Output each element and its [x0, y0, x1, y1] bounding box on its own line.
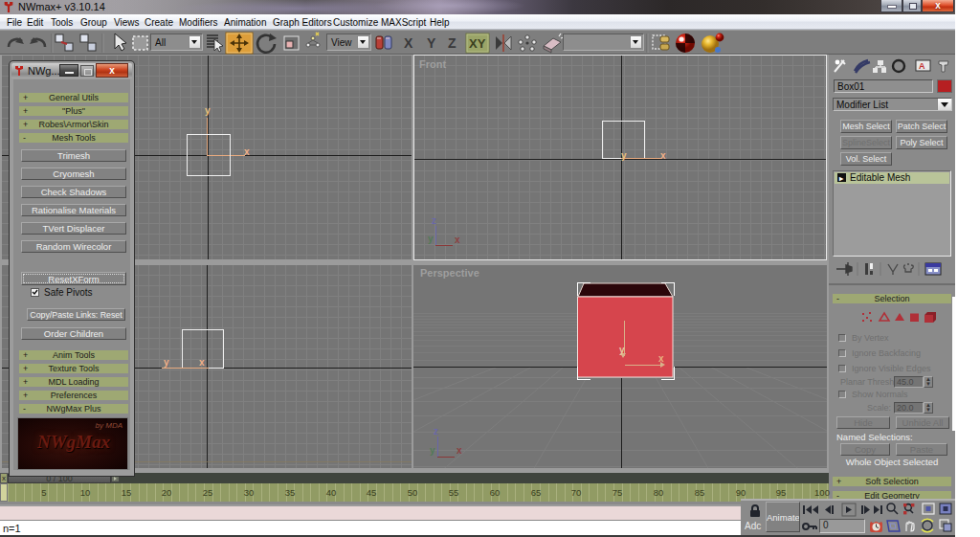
svg-text:X: X	[404, 35, 413, 51]
svg-text:Z: Z	[448, 35, 457, 51]
svg-text:Y: Y	[427, 35, 436, 51]
svg-text:A: A	[919, 61, 925, 71]
svg-text:XY: XY	[469, 36, 486, 51]
